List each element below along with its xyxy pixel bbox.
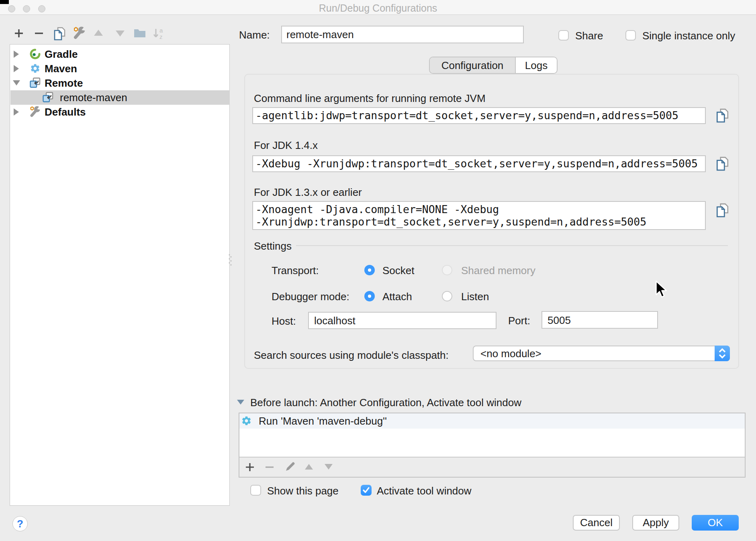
transport-socket-radio[interactable]	[364, 265, 375, 275]
jdk13-value-line1: -Xnoagent -Djava.compiler=NONE -Xdebug	[255, 203, 499, 216]
tree-item-label[interactable]: Remote	[45, 77, 83, 89]
ok-button[interactable]: OK	[692, 515, 739, 531]
name-value: remote-maven	[286, 28, 354, 41]
tab-logs[interactable]: Logs	[516, 57, 557, 73]
before-launch-item[interactable]: Run 'Maven 'maven-debug''	[239, 413, 745, 429]
chevron-right-icon[interactable]	[14, 51, 19, 58]
cancel-button[interactable]: Cancel	[573, 515, 620, 531]
settings-label: Settings	[254, 240, 292, 252]
screen-corner-artifact	[0, 0, 9, 4]
move-task-down-button[interactable]	[325, 464, 333, 470]
copy-icon	[53, 26, 66, 41]
transport-shared-memory-radio[interactable]	[442, 265, 452, 275]
svg-text:z: z	[159, 33, 163, 40]
cmdline-value: -agentlib:jdwp=transport=dt_socket,serve…	[255, 110, 678, 122]
tree-item-maven[interactable]: Maven	[10, 61, 230, 76]
debugger-mode-label: Debugger mode:	[272, 291, 349, 303]
jdk14-input[interactable]: -Xdebug -Xrunjdwp:transport=dt_socket,se…	[252, 155, 706, 172]
apply-button[interactable]: Apply	[632, 515, 679, 531]
gradle-icon	[30, 49, 41, 59]
copy-cmdline-button[interactable]	[715, 108, 729, 124]
help-question-mark: ?	[17, 518, 23, 530]
up-arrow-icon	[305, 464, 313, 470]
before-launch-header: Before launch: Another Configuration, Ac…	[250, 397, 521, 409]
remove-configuration-button[interactable]	[34, 28, 44, 39]
tree-item-defaults[interactable]: Defaults	[10, 105, 230, 119]
single-instance-checkbox[interactable]	[625, 30, 636, 41]
window-title: Run/Debug Configurations	[0, 2, 756, 14]
down-arrow-icon	[325, 464, 333, 470]
port-input[interactable]: 5005	[541, 311, 658, 329]
module-classpath-select[interactable]: <no module>	[473, 346, 730, 361]
tree-item-gradle[interactable]: Gradle	[10, 47, 230, 61]
down-arrow-icon	[116, 31, 125, 37]
chevron-down-icon[interactable]	[13, 80, 20, 85]
port-label: Port:	[508, 315, 530, 327]
tree-item-label[interactable]: Defaults	[45, 106, 86, 118]
tree-item-label[interactable]: Gradle	[45, 48, 78, 60]
remove-task-button[interactable]	[265, 462, 274, 472]
transport-socket-label: Socket	[382, 264, 415, 277]
debugger-listen-radio[interactable]	[442, 291, 452, 301]
splitter-handle[interactable]	[229, 254, 232, 266]
jdk13-input[interactable]: -Xnoagent -Djava.compiler=NONE -Xdebug -…	[252, 201, 706, 230]
host-label: Host:	[272, 315, 296, 327]
edit-defaults-button[interactable]	[72, 26, 86, 41]
configurations-tree: Gradle Maven Remote remote-maven	[10, 44, 230, 506]
move-up-button[interactable]	[94, 30, 103, 36]
copy-jdk13-button[interactable]	[715, 202, 729, 218]
copy-icon	[715, 108, 729, 124]
sort-configurations-button[interactable]: a z	[153, 27, 166, 40]
wrench-icon	[72, 26, 86, 40]
tree-item-remote[interactable]: Remote	[10, 76, 230, 90]
debugger-attach-label: Attach	[382, 291, 412, 303]
select-stepper[interactable]	[715, 346, 730, 361]
plus-icon	[245, 462, 255, 472]
jdk13-label: For JDK 1.3.x or earlier	[254, 186, 362, 198]
check-icon	[361, 485, 372, 496]
defaults-wrench-icon	[29, 106, 41, 118]
copy-jdk14-button[interactable]	[715, 156, 729, 172]
chevron-right-icon[interactable]	[14, 108, 19, 116]
move-down-button[interactable]	[116, 31, 125, 37]
copy-configuration-button[interactable]	[53, 26, 66, 41]
sort-alpha-icon: a z	[153, 27, 166, 40]
before-launch-collapse-arrow[interactable]	[237, 400, 244, 405]
create-folder-button[interactable]	[134, 28, 146, 38]
tab-configuration[interactable]: Configuration	[430, 57, 516, 73]
host-input[interactable]: localhost	[308, 312, 497, 329]
folder-icon	[134, 28, 146, 38]
add-task-button[interactable]	[245, 462, 255, 472]
pencil-icon	[285, 462, 295, 472]
copy-icon	[715, 202, 729, 218]
share-checkbox[interactable]	[558, 30, 569, 41]
remote-icon	[43, 92, 53, 103]
mouse-cursor	[655, 281, 668, 298]
add-configuration-button[interactable]	[14, 28, 24, 39]
search-sources-label: Search sources using module's classpath:	[254, 349, 449, 361]
debugger-attach-radio[interactable]	[364, 291, 375, 301]
show-this-page-label: Show this page	[267, 485, 339, 497]
name-label: Name:	[239, 29, 270, 41]
tree-item-label[interactable]: remote-maven	[60, 92, 127, 104]
chevron-right-icon[interactable]	[14, 65, 19, 72]
move-task-up-button[interactable]	[305, 464, 313, 470]
remote-icon	[30, 77, 41, 88]
tree-item-remote-maven[interactable]: remote-maven	[10, 90, 230, 105]
module-classpath-value: <no module>	[480, 348, 541, 360]
show-this-page-checkbox[interactable]	[250, 485, 261, 496]
before-launch-list: Run 'Maven 'maven-debug''	[239, 413, 746, 478]
help-button[interactable]: ?	[12, 516, 28, 531]
cmdline-input[interactable]: -agentlib:jdwp=transport=dt_socket,serve…	[252, 107, 706, 124]
activate-tool-window-checkbox[interactable]	[361, 485, 372, 496]
name-input[interactable]: remote-maven	[281, 26, 524, 43]
minus-icon	[265, 462, 274, 472]
minus-icon	[34, 28, 44, 39]
port-value: 5005	[548, 314, 571, 326]
tree-item-label[interactable]: Maven	[45, 63, 77, 75]
single-instance-label: Single instance only	[642, 30, 735, 42]
jdk14-label: For JDK 1.4.x	[254, 139, 318, 151]
debugger-listen-label: Listen	[461, 291, 489, 303]
activate-tool-window-label: Activate tool window	[377, 485, 472, 497]
edit-task-button[interactable]	[285, 462, 295, 472]
